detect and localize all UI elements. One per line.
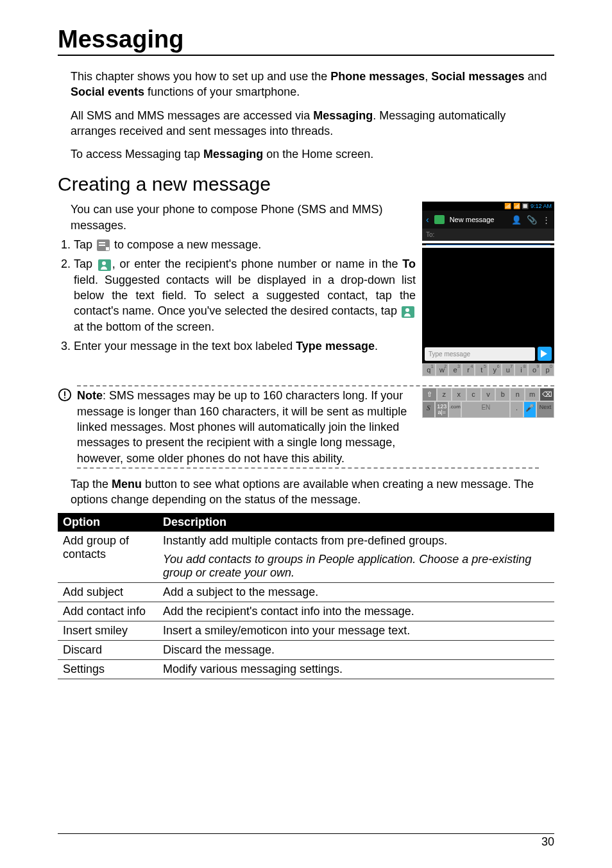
text: functions of your smartphone. [144, 85, 300, 98]
text: Enter your message in the text box label… [74, 340, 296, 352]
text: at the bottom of the screen. [74, 320, 214, 333]
overflow-icon: ⋮ [542, 215, 550, 225]
table-cell-option: Settings [58, 659, 158, 679]
key: x [452, 388, 466, 401]
phone-header: ‹ New message 👤 📎 ⋮ [422, 211, 554, 229]
table-cell-subdesc: You add contacts to groups in People app… [158, 550, 554, 583]
table-row: Insert smiley Insert a smiley/emoticon i… [58, 621, 554, 640]
dashed-separator [77, 385, 554, 386]
swype-key: 𝑺 [423, 402, 434, 417]
key: q1 [423, 364, 435, 376]
dashed-separator-2 [77, 467, 539, 469]
step-2: Tap , or enter the recipient's phone num… [74, 256, 416, 334]
note-text: Note: SMS messages may be up to 160 char… [77, 388, 416, 465]
send-icon [538, 347, 552, 361]
delete-key: ⌫ [540, 388, 554, 401]
contact-icon [98, 259, 111, 271]
table-header-desc: Description [158, 513, 554, 532]
key: i8 [515, 364, 527, 376]
svg-rect-2 [64, 397, 65, 399]
text: Tap the [71, 478, 112, 490]
chapter-title: Messaging [58, 26, 554, 56]
type-row: Type message [422, 344, 554, 363]
phone-screenshot: 📶 📶 🔲 9:12 AM ‹ New message 👤 📎 ⋮ To: Ty… [422, 202, 554, 376]
text: This chapter shows you how to set up and… [71, 70, 330, 83]
mic-key: 🎤 [524, 402, 536, 417]
page-number: 30 [58, 833, 554, 849]
key: z [438, 388, 451, 401]
key: u7 [502, 364, 514, 376]
next-key: Next [537, 402, 554, 417]
intro-para-3: To access Messaging tap Messaging on the… [71, 146, 554, 162]
key: e3 [449, 364, 461, 376]
text: and [524, 70, 547, 83]
keyboard: q1w2e3r4t5y6u7i8o9p0 [422, 363, 554, 376]
section-title: Creating a new message [58, 173, 554, 195]
table-cell-desc: Instantly add multiple contacts from pre… [158, 532, 554, 550]
text: Tap [74, 257, 97, 270]
key: v [482, 388, 495, 401]
com-key: .com [449, 402, 461, 417]
key: n [511, 388, 524, 401]
note-label: Note [77, 389, 103, 402]
note-body: : SMS messages may be up to 160 characte… [77, 389, 407, 464]
table-row: Discard Discard the message. [58, 640, 554, 659]
key: r4 [463, 364, 475, 376]
phone-keyboard-bottom: ⇧ z x c v b n m ⌫ 𝑺 [422, 388, 554, 418]
keyboard-row-3: 𝑺 123 a|= .com EN . 🎤 Next [422, 401, 554, 418]
table-header-option: Option [58, 513, 158, 532]
table-cell-option: Add contact info [58, 602, 158, 621]
text: , or enter the recipient's phone number … [112, 257, 403, 270]
attach-icon: 📎 [527, 215, 537, 225]
table-header-row: Option Description [58, 513, 554, 532]
to-field: To: [422, 229, 554, 241]
phone-body [422, 248, 554, 344]
key: p0 [541, 364, 554, 376]
bold-to: To [402, 257, 416, 270]
key: c [467, 388, 480, 401]
bold-social-messages: Social messages [431, 70, 524, 83]
table-row: Add contact info Add the recipient's con… [58, 602, 554, 621]
signal-icon: 📶 📶 🔲 [504, 203, 531, 209]
caution-icon [58, 388, 73, 465]
bold-social-events: Social events [71, 85, 144, 98]
fn-key: 123 a|= [436, 402, 447, 417]
key: t5 [475, 364, 488, 376]
text: To access Messaging tap [71, 148, 203, 161]
bold-messaging-2: Messaging [203, 148, 263, 161]
bold-phone-messages: Phone messages [330, 70, 425, 83]
option-table: Option Description Add group of contacts… [58, 513, 554, 679]
table-cell-desc: Insert a smiley/emoticon into your messa… [158, 621, 554, 640]
keyboard-row-2: ⇧ z x c v b n m ⌫ [422, 388, 554, 401]
bold-type-message: Type message [296, 340, 375, 352]
to-underline [426, 243, 550, 245]
table-row: Add group of contacts Instantly add mult… [58, 532, 554, 550]
after-note-para: Tap the Menu button to see what options … [71, 476, 554, 508]
text: on the Home screen. [263, 148, 373, 161]
text: Tap [74, 238, 96, 251]
table-cell-desc: Add a subject to the message. [158, 582, 554, 602]
phone-header-title: New message [450, 216, 506, 223]
space-key: EN [462, 402, 509, 417]
text: , [425, 70, 431, 83]
table-row: Add subject Add a subject to the message… [58, 582, 554, 602]
shift-key: ⇧ [423, 388, 436, 401]
text: . [375, 340, 378, 352]
key: y6 [489, 364, 501, 376]
lead-in: You can use your phone to compose Phone … [71, 202, 416, 233]
text: All SMS and MMS messages are accessed vi… [71, 109, 313, 122]
table-cell-option: Add subject [58, 582, 158, 602]
step-3: Enter your message in the text box label… [74, 338, 416, 354]
table-cell-option: Insert smiley [58, 621, 158, 640]
period-key: . [511, 402, 522, 417]
compose-icon [97, 239, 110, 251]
type-message-box: Type message [425, 347, 535, 361]
key: m [525, 388, 539, 401]
keyboard-row-1: q1w2e3r4t5y6u7i8o9p0 [422, 363, 554, 376]
table-cell-option: Discard [58, 640, 158, 659]
person-icon: 👤 [511, 215, 522, 225]
key: w2 [436, 364, 448, 376]
table-cell-desc: Modify various messaging settings. [158, 659, 554, 679]
status-time: 9:12 AM [531, 203, 552, 209]
bold-messaging: Messaging [313, 109, 373, 122]
